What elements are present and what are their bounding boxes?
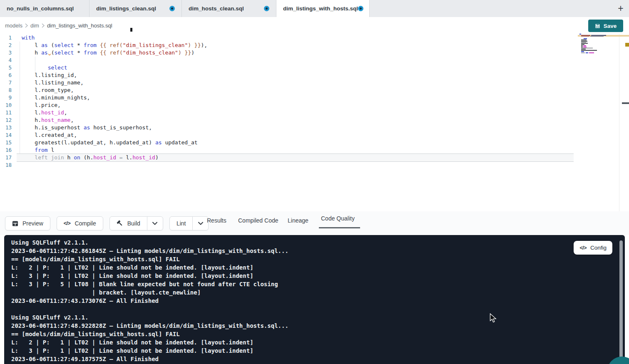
code-text: with xyxy=(12,34,35,42)
action-bar: Preview </> Compile Build Lint xyxy=(0,211,629,235)
line-number: 8 xyxy=(0,87,12,94)
build-label: Build xyxy=(127,220,140,227)
minimap-line xyxy=(581,47,583,47)
terminal-panel: Using SQLFluff v2.1.1. 2023-06-06T11:27:… xyxy=(4,235,625,364)
code-line-1[interactable]: 1with xyxy=(0,34,629,42)
hammer-icon xyxy=(117,220,123,227)
file-tab-label: dim_listings_clean.sql xyxy=(96,5,156,12)
line-number: 18 xyxy=(0,161,12,169)
panel-tab-code-quality[interactable]: Code Quality xyxy=(321,209,355,228)
code-line-8[interactable]: 8 l.room_type, xyxy=(0,87,629,94)
breadcrumb-item[interactable]: dim xyxy=(30,22,39,29)
code-line-4[interactable]: 4 xyxy=(0,57,629,64)
line-number: 1 xyxy=(0,34,12,42)
lint-options-button[interactable] xyxy=(192,217,208,230)
file-tab-dim_hosts_clean[interactable]: dim_hosts_clean.sql xyxy=(182,0,276,17)
code-line-2[interactable]: 2 l as (select * from {{ ref("dim_listin… xyxy=(0,42,629,49)
minimap-line xyxy=(583,45,586,46)
line-number: 3 xyxy=(0,49,12,57)
code-line-11[interactable]: 11 l.host_id, xyxy=(0,109,629,116)
unsaved-changes-icon[interactable] xyxy=(358,6,363,11)
panel-tab-lineage[interactable]: Lineage xyxy=(288,211,308,230)
code-line-13[interactable]: 13 h.is_superhost as host_is_superhost, xyxy=(0,124,629,131)
minimap-line xyxy=(581,49,586,50)
preview-label: Preview xyxy=(22,220,43,227)
breadcrumb-item[interactable]: models xyxy=(5,22,22,29)
line-number: 12 xyxy=(0,116,12,124)
code-text: l.listing_name, xyxy=(12,79,84,87)
minimap[interactable] xyxy=(578,34,629,63)
line-number: 11 xyxy=(0,109,12,116)
file-tab-label: no_nulls_in_columns.sql xyxy=(7,5,74,12)
code-line-5[interactable]: 5 select xyxy=(0,64,629,72)
code-text: l.minimum_nights, xyxy=(12,94,90,102)
code-line-6[interactable]: 6 l.listing_id, xyxy=(0,72,629,79)
code-text: l.price, xyxy=(12,102,61,109)
save-button-label: Save xyxy=(604,23,617,29)
file-tab-dim_listings_clean[interactable]: dim_listings_clean.sql xyxy=(90,0,182,17)
minimap-line xyxy=(589,52,594,53)
config-button[interactable]: </> Config xyxy=(574,241,612,255)
line-number: 9 xyxy=(0,94,12,102)
save-button[interactable]: Save xyxy=(588,20,623,32)
line-number: 13 xyxy=(0,124,12,131)
code-text: h as(select * from {{ ref("dim_hosts_cle… xyxy=(12,49,194,57)
panel-tab-compiled-code[interactable]: Compiled Code xyxy=(238,211,278,230)
code-line-12[interactable]: 12 h.host_name, xyxy=(0,116,629,124)
code-line-17[interactable]: 17 left join h on (h.host_id = l.host_id… xyxy=(0,154,629,161)
build-button-group: Build xyxy=(109,216,163,230)
code-line-16[interactable]: 16 from l xyxy=(0,146,629,154)
code-line-10[interactable]: 10 l.price, xyxy=(0,102,629,109)
minimap-line xyxy=(581,44,584,45)
code-line-18[interactable]: 18 xyxy=(0,161,629,169)
minimap-line xyxy=(581,48,593,49)
lint-button-group: Lint xyxy=(169,216,209,230)
code-line-14[interactable]: 14 l.created_at, xyxy=(0,131,629,139)
table-grid-icon xyxy=(12,220,18,227)
line-number: 10 xyxy=(0,102,12,109)
chevron-down-icon xyxy=(152,222,157,225)
build-options-button[interactable] xyxy=(147,217,163,230)
minimap-line xyxy=(581,41,587,42)
code-text: l.listing_id, xyxy=(12,72,77,79)
compile-button[interactable]: </> Compile xyxy=(57,216,103,230)
line-number: 17 xyxy=(0,154,12,161)
panel-tab-results[interactable]: Results xyxy=(207,211,226,230)
code-line-15[interactable]: 15 greatest(l.updated_at, h.updated_at) … xyxy=(0,139,629,146)
overview-cursor-marker xyxy=(622,102,629,104)
terminal-scrollbar[interactable] xyxy=(619,240,623,363)
code-text: h.is_superhost as host_is_superhost, xyxy=(12,124,152,131)
code-editor[interactable]: 1with2 l as (select * from {{ ref("dim_l… xyxy=(0,34,629,211)
minimap-line xyxy=(581,52,585,53)
code-line-7[interactable]: 7 l.listing_name, xyxy=(0,79,629,87)
active-tab-underline xyxy=(319,227,360,228)
file-tab-no_nulls_in_columns[interactable]: no_nulls_in_columns.sql xyxy=(0,0,90,17)
line-number: 14 xyxy=(0,131,12,139)
build-button[interactable]: Build xyxy=(110,217,147,230)
breadcrumb-item[interactable]: dim_listings_with_hosts.sql xyxy=(47,22,112,29)
file-tab-dim_listings_with_hosts[interactable]: dim_listings_with_hosts.sql xyxy=(276,0,370,17)
file-tab-label: dim_listings_with_hosts.sql xyxy=(283,5,358,12)
unsaved-changes-icon[interactable] xyxy=(169,6,175,11)
code-text xyxy=(12,161,22,169)
minimap-line xyxy=(581,51,584,52)
new-tab-button[interactable]: + xyxy=(612,0,629,17)
minimap-line xyxy=(581,35,590,36)
unsaved-changes-icon[interactable] xyxy=(264,6,269,11)
chevron-right-icon xyxy=(25,23,28,28)
minimap-line xyxy=(586,52,588,53)
minimap-line xyxy=(581,45,583,46)
chevron-down-icon xyxy=(198,222,203,225)
lint-button[interactable]: Lint xyxy=(170,217,193,230)
config-label: Config xyxy=(590,245,607,251)
code-text: select xyxy=(12,64,67,72)
line-number: 5 xyxy=(0,64,12,72)
code-line-9[interactable]: 9 l.minimum_nights, xyxy=(0,94,629,102)
lint-squiggle xyxy=(48,50,51,55)
preview-button[interactable]: Preview xyxy=(5,216,50,230)
minimap-line xyxy=(579,34,581,35)
code-text: h.host_name, xyxy=(12,116,74,124)
minimap-line xyxy=(591,35,606,36)
code-line-3[interactable]: 3 h as(select * from {{ ref("dim_hosts_c… xyxy=(0,49,629,57)
mouse-cursor xyxy=(490,313,497,325)
